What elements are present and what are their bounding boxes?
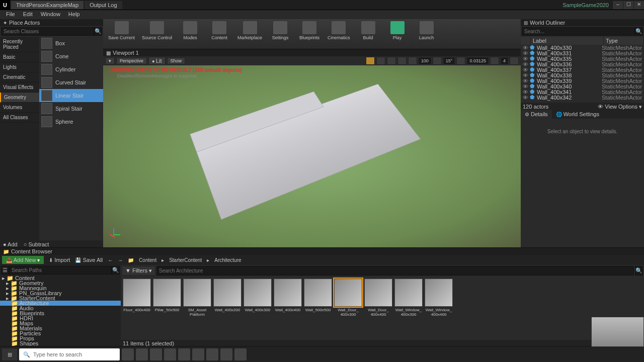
transform-rotate-button[interactable] <box>376 57 385 65</box>
cat-volumes[interactable]: Volumes <box>0 103 39 113</box>
taskbar-app-2[interactable] <box>150 348 162 360</box>
taskbar-app-7[interactable] <box>220 348 232 360</box>
minimize-button[interactable]: – <box>613 1 623 9</box>
cat-cinematic[interactable]: Cinematic <box>0 72 39 82</box>
cinematics-button[interactable]: Cinematics <box>328 21 350 47</box>
menu-help[interactable]: Help <box>64 10 84 19</box>
nav-back-button[interactable]: ← <box>108 257 113 263</box>
camera-speed-button[interactable] <box>490 57 499 65</box>
crumb-architecture[interactable]: Architecture <box>214 257 241 263</box>
cat-lights[interactable]: Lights <box>0 62 39 72</box>
taskbar-app-4[interactable] <box>178 348 190 360</box>
snap-scale-value[interactable]: 0.03125 <box>467 57 489 64</box>
transform-move-button[interactable] <box>366 57 375 65</box>
windows-search-input[interactable]: 🔍 Type here to search <box>19 348 120 360</box>
filters-button[interactable]: ▼ Filters ▾ <box>122 266 155 276</box>
crumb-starter[interactable]: StarterContent <box>169 257 202 263</box>
taskbar-app-8[interactable] <box>234 348 247 360</box>
nav-fwd-button[interactable]: → <box>118 257 123 263</box>
menu-file[interactable]: File <box>2 10 19 19</box>
taskbar-app-6[interactable] <box>206 348 218 360</box>
tab-output-log[interactable]: Output Log <box>85 1 122 9</box>
search-assets-input[interactable] <box>156 266 634 276</box>
asset-item[interactable]: Wall_400x200 <box>213 279 242 317</box>
task-view-icon[interactable] <box>122 348 134 360</box>
asset-item[interactable]: Wall_Door_ 400x400 <box>364 279 392 317</box>
outliner-row[interactable]: 👁⬟Wall_400x339StaticMeshActor <box>521 78 644 83</box>
save-all-button[interactable]: 💾 Save All <box>75 257 103 263</box>
outliner-row[interactable]: 👁⬟Wall_400x337StaticMeshActor <box>521 67 644 72</box>
shape-spiral-stair[interactable]: Spiral Stair <box>39 102 103 115</box>
shape-curved-stair[interactable]: Curved Stair <box>39 76 103 89</box>
transform-scale-button[interactable] <box>387 57 396 65</box>
folder-icon[interactable]: 📁 <box>128 257 134 263</box>
col-type[interactable]: Type <box>604 37 644 45</box>
asset-item[interactable]: Floor_400x400 <box>123 279 151 317</box>
snap-angle-value[interactable]: 15° <box>443 57 455 64</box>
shape-linear-stair[interactable]: Linear Stair <box>39 89 103 102</box>
asset-item[interactable]: Wall_Door_ 400x300 <box>334 279 362 317</box>
add-new-button[interactable]: 📥 Add New ▾ <box>2 256 44 264</box>
asset-item[interactable]: SM_Asset Platform <box>183 279 211 317</box>
outliner-row[interactable]: 👁⬟Wall_400x338StaticMeshActor <box>521 72 644 78</box>
visibility-icon[interactable]: 👁 <box>523 95 530 101</box>
search-icon[interactable]: 🔍 <box>112 266 120 275</box>
menu-window[interactable]: Window <box>37 10 64 19</box>
cat-visual-effects[interactable]: Visual Effects <box>0 82 39 93</box>
launch-button[interactable]: Launch <box>416 21 438 47</box>
search-paths-input[interactable] <box>9 266 112 275</box>
outliner-search-input[interactable] <box>522 27 635 36</box>
snap-angle-toggle[interactable] <box>433 57 442 65</box>
cat-recently-placed[interactable]: Recently Placed <box>0 37 39 52</box>
shape-sphere[interactable]: Sphere <box>39 115 103 128</box>
lit-button[interactable]: ● Lit <box>148 57 166 65</box>
shape-cone[interactable]: Cone <box>39 50 103 63</box>
outliner-row[interactable]: 👁⬟Wall_400x336StaticMeshActor <box>521 61 644 67</box>
search-icon[interactable]: 🔍 <box>94 27 102 36</box>
asset-item[interactable]: Wall_Window_ 400x300 <box>394 279 423 317</box>
save-current-button[interactable]: Save Current <box>108 21 135 47</box>
viewport-maximize-button[interactable] <box>510 57 519 65</box>
source-control-button[interactable]: Source Control <box>142 21 172 47</box>
marketplace-button[interactable]: Marketplace <box>237 21 262 47</box>
viewport-options-dropdown[interactable]: ▾ <box>105 57 115 64</box>
play-button[interactable]: Play <box>386 21 409 47</box>
viewport-3d[interactable]: LIGHTING NEEDS TO BE REBUILT (160 unbuil… <box>103 65 521 247</box>
crumb-content[interactable]: Content <box>139 257 156 263</box>
show-button[interactable]: Show <box>167 57 186 64</box>
asset-item[interactable]: Wall_400x300 <box>244 279 272 317</box>
maximize-button[interactable]: ☐ <box>623 1 633 9</box>
snap-grid-value[interactable]: 100 <box>419 57 431 64</box>
perspective-button[interactable]: Perspective <box>116 57 147 64</box>
outliner-row[interactable]: 👁⬟Wall_400x341StaticMeshActor <box>521 89 644 95</box>
outliner-row[interactable]: 👁⬟Wall_400x340StaticMeshActor <box>521 83 644 89</box>
asset-item[interactable]: Pillar_50x500 <box>153 279 181 317</box>
coord-space-button[interactable] <box>397 57 407 65</box>
cat-basic[interactable]: Basic <box>0 52 39 62</box>
content-button[interactable]: Content <box>208 21 230 47</box>
taskbar-app-5[interactable] <box>192 348 204 360</box>
modes-button[interactable]: Modes <box>179 21 201 47</box>
cat-all-classes[interactable]: All Classes <box>0 113 39 123</box>
menu-edit[interactable]: Edit <box>19 10 37 19</box>
outliner-row[interactable]: 👁⬟Wall_400x342StaticMeshActor <box>521 95 644 100</box>
tree-item[interactable]: 📁 Shapes <box>0 341 121 346</box>
outliner-row[interactable]: 👁⬟Wall_400x330StaticMeshActor <box>521 45 644 50</box>
asset-item[interactable]: Wall_400x400 <box>274 279 302 317</box>
tab-world-settings[interactable]: 🌐 World Settings <box>552 110 603 119</box>
snap-scale-toggle[interactable] <box>456 57 465 65</box>
settings-button[interactable]: Settings <box>269 21 291 47</box>
camera-speed-value[interactable]: 4 <box>501 57 508 64</box>
asset-item[interactable]: Wall_500x500 <box>304 279 332 317</box>
outliner-row[interactable]: 👁⬟Wall_400x335StaticMeshActor <box>521 56 644 61</box>
outliner-row[interactable]: 👁⬟Wall_400x331StaticMeshActor <box>521 50 644 56</box>
brush-add[interactable]: ● Add <box>3 241 18 246</box>
search-classes-input[interactable] <box>1 27 94 36</box>
search-icon[interactable]: 🔍 <box>635 266 643 276</box>
close-button[interactable]: ✕ <box>634 1 644 9</box>
start-button[interactable]: ⊞ <box>2 348 17 360</box>
tab-details[interactable]: ⚙ Details <box>521 110 552 119</box>
taskbar-app-1[interactable] <box>136 348 148 360</box>
import-button[interactable]: ⬇ Import <box>49 257 70 263</box>
taskbar-app-3[interactable] <box>164 348 176 360</box>
